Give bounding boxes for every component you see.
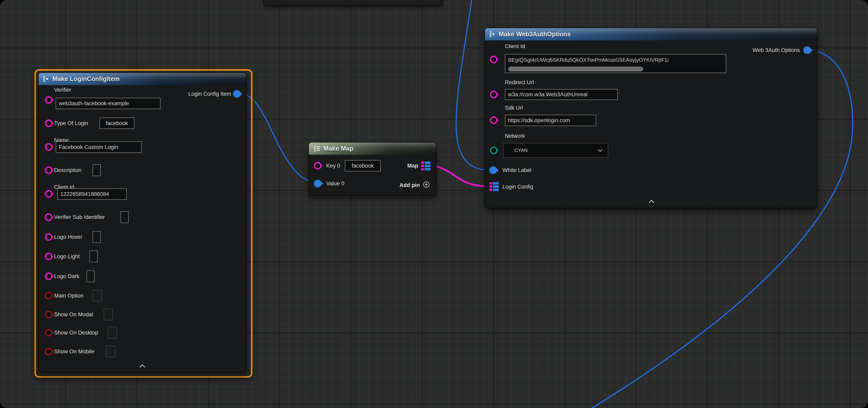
pin-logo-dark[interactable] xyxy=(45,272,53,280)
client-id-scrollbar[interactable] xyxy=(508,67,643,71)
input-key-0[interactable]: facebook xyxy=(345,160,381,171)
make-struct-icon xyxy=(42,75,50,82)
pin-label-login-config: Login Config xyxy=(502,183,533,190)
pin-output-map[interactable] xyxy=(421,162,431,170)
input-client-id[interactable]: 1222658941886084 xyxy=(57,189,127,200)
checkbox-show-on-modal[interactable] xyxy=(104,309,113,320)
make-map-icon xyxy=(312,145,320,152)
pin-label-show-on-mobile: Show On Mobile xyxy=(54,348,94,355)
pin-label-show-on-modal: Show On Modal xyxy=(54,311,93,318)
make-struct-icon xyxy=(489,31,496,38)
pin-label-description: Description xyxy=(54,167,82,173)
pin-label-type-of-login: Type Of Login xyxy=(54,120,88,127)
node-make-map[interactable]: Make Map Key 0 facebook Map Value 0 Add … xyxy=(308,142,436,196)
pin-value-0[interactable] xyxy=(314,180,321,188)
input-description[interactable] xyxy=(93,164,101,176)
pin-client-id[interactable] xyxy=(490,56,498,63)
node-header-make-map[interactable]: Make Map xyxy=(309,142,436,155)
pin-output-login-config-item[interactable] xyxy=(233,90,241,98)
field-label-sdk-url: Sdk Url xyxy=(505,105,523,111)
pin-network[interactable] xyxy=(490,146,498,154)
pin-show-on-modal[interactable] xyxy=(45,311,53,318)
field-label-network: Network xyxy=(505,133,525,139)
input-sdk-url[interactable]: https://sdk.openlogin.com xyxy=(505,115,596,126)
blueprint-graph-canvas[interactable]: Make LoginConfigItem Login Config Item V… xyxy=(0,0,868,408)
wire-offscreen-to-whitelabel[interactable] xyxy=(456,0,487,170)
pin-label-value-0: Value 0 xyxy=(326,180,344,187)
pin-label-verifier-sub-identifier: Verifier Sub Identifier xyxy=(54,214,105,220)
field-label-client-id: Client Id xyxy=(505,43,525,49)
pin-label-main-option: Main Option xyxy=(54,293,84,299)
node-header-make-web3authoptions[interactable]: Make Web3AuthOptions xyxy=(485,28,817,41)
pin-verifier-sub-identifier[interactable] xyxy=(45,213,53,221)
pin-sdk-url[interactable] xyxy=(490,116,498,124)
pin-logo-hover[interactable] xyxy=(45,233,53,241)
pin-label-white-label: White Label xyxy=(502,167,531,173)
node-make-web3authoptions[interactable]: Make Web3AuthOptions Web 3Auth Options C… xyxy=(485,28,817,208)
wire-loginconfigitem-to-value0[interactable] xyxy=(242,94,315,183)
input-logo-light[interactable] xyxy=(90,250,98,262)
pin-description[interactable] xyxy=(45,166,53,174)
offscreen-node-edge[interactable] xyxy=(264,0,442,6)
chevron-down-icon xyxy=(598,147,602,153)
pin-label-verifier: Verifier xyxy=(54,87,71,93)
output-label-login-config-item: Login Config Item xyxy=(188,91,231,97)
output-label-web3auth-options: Web 3Auth Options xyxy=(752,47,800,54)
node-title: Make Map xyxy=(323,145,353,152)
add-pin-icon xyxy=(423,181,430,190)
input-name[interactable]: Facebook Custom Login xyxy=(56,141,142,153)
add-pin-label: Add pin xyxy=(400,182,420,189)
pin-show-on-desktop[interactable] xyxy=(45,329,53,337)
pin-label-logo-light: Logo Light xyxy=(54,253,80,260)
pin-logo-light[interactable] xyxy=(45,252,53,260)
input-client-id[interactable]: BEgIQSgt4cUWcj6SKRdu5QkOXTsePmMcusG5EAoy… xyxy=(505,54,726,73)
node-header-make-loginconfigitem[interactable]: Make LoginConfigItem xyxy=(38,73,246,86)
collapse-node-button[interactable] xyxy=(648,200,655,204)
pin-show-on-mobile[interactable] xyxy=(45,348,53,355)
pin-output-web3auth-options[interactable] xyxy=(803,46,811,54)
client-id-text: BEgIQSgt4cUWcj6SKRdu5QkOXTsePmMcusG5EAoy… xyxy=(508,57,722,63)
node-title: Make Web3AuthOptions xyxy=(499,31,571,38)
node-title: Make LoginConfigItem xyxy=(52,75,120,82)
pin-label-key-0: Key 0 xyxy=(326,163,340,169)
pin-type-of-login[interactable] xyxy=(45,120,53,127)
add-pin-button[interactable]: Add pin xyxy=(400,181,430,190)
checkbox-show-on-desktop[interactable] xyxy=(108,327,117,339)
checkbox-main-option[interactable] xyxy=(93,290,102,302)
input-redirect-url[interactable]: w3a://com.w3a.Web3AuthUnreal xyxy=(505,89,618,100)
output-label-map: Map xyxy=(407,163,418,169)
collapse-node-button[interactable] xyxy=(139,364,146,369)
input-verifier-sub-identifier[interactable] xyxy=(121,211,129,223)
pin-label-logo-hover: Logo Hover xyxy=(54,234,83,240)
input-logo-hover[interactable] xyxy=(93,231,101,243)
pin-login-config[interactable] xyxy=(490,182,499,191)
pin-label-show-on-desktop: Show On Desktop xyxy=(54,330,98,336)
input-verifier[interactable]: web3auth-facebook-example xyxy=(56,98,160,109)
node-make-loginconfigitem[interactable]: Make LoginConfigItem Login Config Item V… xyxy=(38,72,247,372)
pin-verifier[interactable] xyxy=(45,96,53,104)
pin-main-option[interactable] xyxy=(45,292,53,300)
pin-client-id[interactable] xyxy=(45,190,53,198)
network-dropdown[interactable]: CYAN xyxy=(503,143,608,158)
checkbox-show-on-mobile[interactable] xyxy=(106,346,115,358)
pin-label-logo-dark: Logo Dark xyxy=(54,273,80,279)
pin-key-0[interactable] xyxy=(314,162,321,170)
pin-white-label[interactable] xyxy=(489,166,497,174)
input-type-of-login[interactable]: facebook xyxy=(99,117,134,129)
pin-name[interactable] xyxy=(45,143,53,151)
pin-redirect-url[interactable] xyxy=(490,91,498,98)
input-logo-dark[interactable] xyxy=(87,270,95,282)
network-dropdown-value: CYAN xyxy=(515,147,528,153)
field-label-redirect-url: Redirect Url xyxy=(505,79,534,86)
